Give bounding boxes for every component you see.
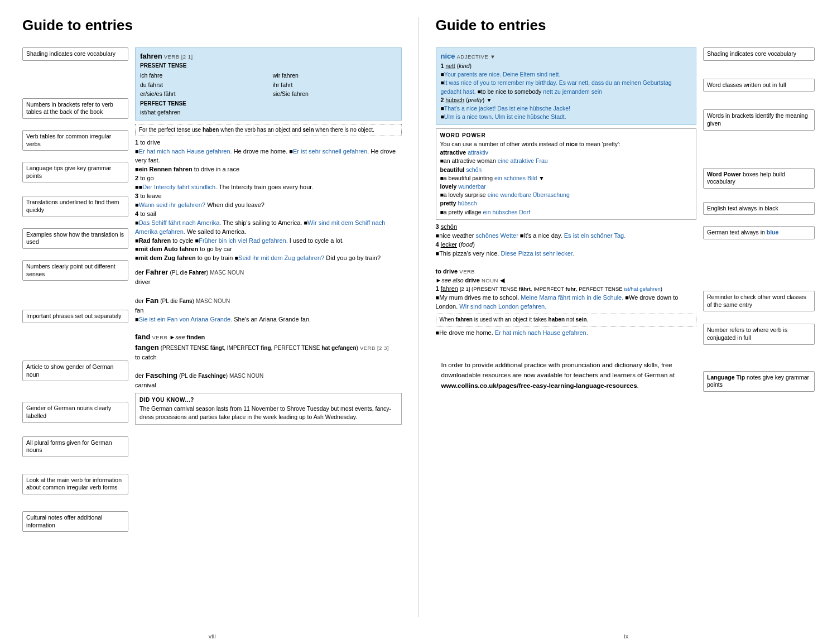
drive-entry: to drive VERB ►see also drive NOUN ◀ 1 f… [436, 267, 697, 312]
dictionary-left: fahren VERB [2 1] PRESENT TENSE ich fahr… [135, 47, 402, 532]
rann-english: English text always in black [703, 202, 815, 215]
page-footer: viii ix [0, 628, 837, 644]
rann-shading: Shading indicates core vocabulary [703, 47, 815, 61]
page-divider [419, 17, 419, 617]
fand-entry: fand VERB ►see finden fangen (PRESENT TE… [135, 329, 402, 362]
ann-numbers-senses: Numbers clearly point out different sens… [22, 260, 128, 281]
drive-example: ■He drove me home. Er hat mich nach Haus… [436, 329, 697, 338]
ann-shading: Shading indicates core vocabulary [22, 47, 128, 61]
verb-table-present: ich fahrewir fahren du fährstihr fahrt e… [140, 71, 397, 98]
ann-gender: Gender of German nouns clearly labelled [22, 402, 128, 422]
ann-plural: All plural forms given for German nouns [22, 436, 128, 457]
did-you-know-box: DID YOU KNOW...? The German carnival sea… [135, 393, 402, 425]
nice-headword: nice [441, 52, 455, 60]
rann-word-classes: Word classes written out in full [703, 79, 815, 92]
right-annotations: Shading indicates core vocabulary Word c… [703, 47, 815, 392]
left-page-title: Guide to entries [22, 17, 402, 34]
nice-entry: nice ADJECTIVE ▼ 1 nett (kind) ■Your par… [436, 47, 697, 125]
nice-sense3: 3 schön ■nice weather schönes Wetter ■It… [436, 223, 697, 241]
nice-sense4: 4 lecker (food) ■This pizza's very nice.… [436, 241, 697, 258]
ann-phrases: Important phrases set out separately [22, 310, 128, 323]
bottom-note: In order to provide additional practice … [436, 349, 697, 391]
ann-cultural: Cultural notes offer additional informat… [22, 511, 128, 532]
language-tip-box: When fahren is used with an object it ta… [436, 314, 697, 326]
sense-3: 3 to leave ■Wann seid ihr gefahren? When… [135, 192, 402, 210]
sense-2: 2 to go ■■Der Intercity fährt stündlich.… [135, 174, 402, 192]
rann-number-verb: Number refers to where verb is conjugate… [703, 324, 815, 344]
right-page-title: Guide to entries [436, 17, 815, 34]
sense-1: 1 to drive ■Er hat mich nach Hause gefah… [135, 138, 402, 174]
word-power-box: WORD POWER You can use a number of other… [436, 128, 697, 219]
right-page: Guide to entries nice ADJECTIVE ▼ 1 nett… [425, 17, 826, 617]
rann-brackets: Words in brackets identify the meaning g… [703, 109, 815, 130]
rann-german: German text always in blue [703, 226, 815, 239]
ann-verb-tables: Verb tables for common irregular verbs [22, 130, 128, 151]
left-annotations: Shading indicates core vocabulary Number… [22, 47, 128, 532]
ann-translations: Translations underlined to find them qui… [22, 196, 128, 217]
ann-numbers-brackets: Numbers in brackets refer to verb tables… [22, 98, 128, 119]
sense-4: 4 to sail ■Das Schiff fährt nach Amerika… [135, 210, 402, 263]
rann-word-power: Word Power boxes help build vocabulary [703, 168, 815, 189]
rann-reminder: Reminder to check other word classes of … [703, 291, 815, 311]
ann-article: Article to show gender of German noun [22, 361, 128, 381]
ann-language-tips: Language tips give key grammar points [22, 162, 128, 182]
ann-examples: Examples show how the translation is use… [22, 228, 128, 249]
fahren-headword: fahren [140, 52, 162, 60]
rann-language-tip: Language Tip notes give key grammar poin… [703, 371, 815, 392]
ann-irregular: Look at the main verb for information ab… [22, 474, 128, 494]
left-page: Guide to entries Shading indicates core … [11, 17, 413, 617]
right-page-num: ix [624, 633, 628, 640]
fahrer-entry: der Fahrer (PL die Fahrer) MASC NOUN dri… [135, 267, 402, 287]
grammar-note-haben: For the perfect tense use haben when the… [135, 124, 402, 137]
fan-entry: der Fan (PL die Fans) MASC NOUN fan ■Sie… [135, 291, 402, 324]
left-page-num: viii [209, 633, 216, 640]
fahren-entry: fahren VERB [2 1] PRESENT TENSE ich fahr… [135, 47, 402, 121]
dictionary-right: nice ADJECTIVE ▼ 1 nett (kind) ■Your par… [436, 47, 697, 392]
fasching-entry: der Fasching (PL die Faschinge) MASC NOU… [135, 366, 402, 425]
